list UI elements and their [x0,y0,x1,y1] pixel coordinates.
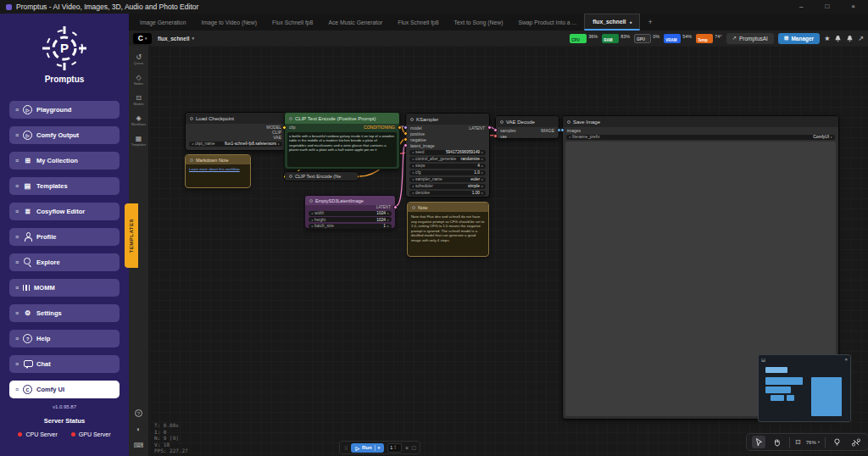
sidebar-item-cosyflow-editor[interactable]: ≡≣Cosyflow Editor [9,203,120,220]
comfy-menu-button[interactable]: C▾ [133,33,152,44]
note-text[interactable]: Note that Flux dev and schnell do not ha… [408,212,488,245]
sidebar-item-momm[interactable]: ≡MOMM [9,279,120,297]
keyboard-icon[interactable]: ⌨ [134,442,144,449]
port-vae-in[interactable] [493,134,498,138]
seed-widget[interactable]: seed594172696959149 [409,150,486,156]
height-widget[interactable]: height1024 [309,217,392,222]
collapse-dot-icon[interactable] [190,158,193,162]
tab-swap-product[interactable]: Swap Product Into a ... [510,14,584,31]
collapse-dot-icon[interactable] [410,118,414,121]
control-after-generate-widget[interactable]: control_after_generaterandomize [409,157,486,163]
batch-count-stepper[interactable]: 1 ▴▾ [387,443,402,453]
node-title-bar[interactable]: CLIP Text Encode (Positive Prompt) [285,113,399,124]
node-markdown-note[interactable]: Markdown Note Learn more about this work… [185,154,251,188]
node-title-bar[interactable]: Note [408,203,488,212]
minimize-icon[interactable]: – [799,3,803,10]
ckpt-name-widget[interactable]: ckpt_nameflux1-schnell-fp8.safetensors [189,142,282,147]
close-icon[interactable]: × [851,3,855,10]
port-model-in[interactable] [403,125,408,130]
port-conditioning-out[interactable] [357,175,359,179]
port-clip-in[interactable] [282,125,287,130]
port-latent-out[interactable] [393,205,398,209]
port-images-in[interactable] [560,128,565,132]
rail-item-models[interactable]: ⊡Models [133,95,143,106]
port-latent-image-in[interactable] [403,143,408,147]
sidebar-item-profile[interactable]: ≡Profile [9,228,120,246]
bell-alert-icon[interactable] [846,35,854,42]
collapse-dot-icon[interactable] [309,199,313,203]
batch-size-widget[interactable]: batch_size1 [309,224,392,229]
tab-image-generation[interactable]: Image Generation [132,14,193,31]
sidebar-item-settings[interactable]: ≡⚙Settings [9,304,120,322]
sidebar-item-my-collection[interactable]: ≡⊞My Collection [9,152,120,170]
node-title-bar[interactable]: Markdown Note [186,155,250,164]
tab-ace-music-generator[interactable]: Ace Music Generator [320,14,390,31]
tab-flux-schnell-fp8-1[interactable]: Flux Schnell fp8 [264,14,320,31]
new-tab-button[interactable]: + [640,14,659,31]
collapse-dot-icon[interactable] [567,120,570,124]
sidebar-item-explore[interactable]: ≡Explore [9,253,120,271]
run-button[interactable]: ▷ Run ▾ [351,443,384,453]
port-negative-in[interactable] [403,137,408,142]
filename-prefix-widget[interactable]: filename_prefixComfyUI [566,135,835,141]
toggle-links-icon[interactable] [849,436,863,448]
star-icon[interactable]: ★ [824,35,830,42]
sidebar-item-help[interactable]: ≡?Help [9,330,120,348]
node-load-checkpoint[interactable]: Load Checkpoint MODEL CLIP VAE ckpt_name… [185,112,287,151]
workflow-help-link[interactable]: Learn more about this workflow [186,164,250,174]
theme-icon[interactable]: ◐ [136,425,141,433]
port-latent-out[interactable] [487,125,492,130]
rail-item-workflows[interactable]: ◈Workflows [131,115,146,126]
scheduler-widget[interactable]: schedulersimple [409,184,486,190]
node-note[interactable]: Note Note that Flux dev and schnell do n… [407,202,489,257]
drag-grip-icon[interactable]: ⠿ [344,445,348,451]
sidebar-item-templates[interactable]: ≡▤Templates [9,177,120,195]
steps-widget[interactable]: steps4 [409,164,486,170]
width-widget[interactable]: width1024 [309,211,392,216]
sidebar-item-comfy-ui[interactable]: ≡CComfy UI [9,381,120,398]
port-conditioning-out[interactable] [398,125,402,130]
stepper-icons[interactable]: ▴▾ [394,445,396,450]
node-title-bar[interactable]: Save Image [563,116,838,127]
node-title-bar[interactable]: KSampler [406,114,489,125]
maximize-icon[interactable]: □ [825,3,829,10]
rail-item-templates[interactable]: ▦Templates [131,136,146,147]
tab-text-to-song[interactable]: Text to Song (New) [447,14,511,31]
help-icon[interactable]: ? [135,409,142,417]
collapse-dot-icon[interactable] [289,117,292,120]
tab-flux-schnell-fp8-2[interactable]: Flux Schnell fp8 [390,14,446,31]
export-arrow-icon[interactable]: ↗ [858,35,864,42]
workflow-name-dropdown[interactable]: flux_schnell▾ [158,36,194,42]
node-title-bar[interactable]: Load Checkpoint [186,113,286,124]
rail-item-nodes[interactable]: ◇Nodes [134,75,143,86]
port-clip-in[interactable] [283,175,286,179]
tab-flux-schnell-active[interactable]: flux_schnell● [584,14,640,31]
node-clip-text-encode-positive[interactable]: CLIP Text Encode (Positive Prompt) clipC… [284,112,400,170]
node-ksampler[interactable]: KSampler modelLATENT positive negative l… [405,113,490,197]
pan-tool-button[interactable] [771,436,784,448]
port-positive-in[interactable] [403,131,408,136]
cancel-run-icon[interactable]: × [405,445,409,451]
stop-icon[interactable]: □ [412,445,415,451]
sidebar-item-comfy-output[interactable]: ≡▷Comfy Output [9,126,120,144]
sampler-name-widget[interactable]: sampler_nameeuler [409,177,486,183]
promptusai-button[interactable]: ↗PromptusAI [726,33,774,44]
select-tool-button[interactable] [752,436,765,448]
collapse-dot-icon[interactable] [190,117,193,120]
collapse-dot-icon[interactable] [412,206,415,209]
node-empty-sd3-latent-image[interactable]: EmptySD3LatentImage LATENT width1024 hei… [304,195,396,229]
minimap[interactable]: ⊟ × [758,354,851,422]
node-title-bar[interactable]: EmptySD3LatentImage [305,196,395,205]
sidebar-item-playground[interactable]: ≡▷Playground [9,101,120,119]
node-title-bar[interactable]: VAE Decode [496,116,559,127]
zoom-level-dropdown[interactable]: 76%▾ [806,440,820,445]
lightbulb-icon[interactable] [831,436,844,448]
manager-button[interactable]: ⊞Manager [778,33,820,44]
node-clip-text-encode-negative-collapsed[interactable]: CLIP Text Encode (Ne [283,171,359,181]
port-samples-in[interactable] [493,128,498,132]
denoise-widget[interactable]: denoise1.00 [409,191,486,197]
sidebar-item-chat[interactable]: ≡Chat [9,355,120,373]
bell-icon[interactable] [834,35,842,42]
templates-ribbon-tab[interactable]: TEMPLATES [125,203,138,268]
node-graph-canvas[interactable]: Load Checkpoint MODEL CLIP VAE ckpt_name… [149,46,868,456]
